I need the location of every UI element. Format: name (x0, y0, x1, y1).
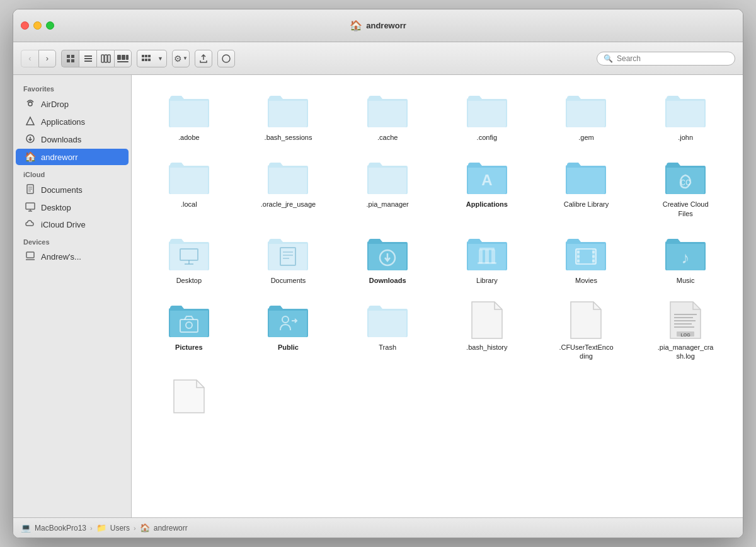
list-item[interactable]: .local (142, 152, 236, 223)
back-button[interactable]: ‹ (21, 50, 38, 67)
list-item[interactable]: Library (440, 228, 534, 290)
sidebar-item-applications[interactable]: Applications (16, 113, 129, 130)
search-input[interactable] (617, 54, 728, 63)
airdrop-icon (25, 98, 36, 110)
minimize-button[interactable] (33, 21, 42, 30)
tag-button[interactable] (217, 50, 235, 67)
list-item[interactable]: .bash_sessions (241, 85, 336, 147)
folder-icon (265, 300, 311, 340)
file-label: Downloads (369, 276, 406, 285)
file-label: .john (678, 133, 693, 142)
list-item[interactable]: ♪ Music (638, 228, 733, 290)
file-icon (166, 376, 212, 417)
svg-rect-54 (592, 255, 595, 258)
list-item[interactable]: Public (241, 295, 336, 366)
list-item[interactable]: .pia_manager (340, 152, 435, 223)
breadcrumb-users[interactable]: 📁 Users (96, 523, 130, 533)
svg-rect-7 (101, 55, 104, 62)
file-label: Creative Cloud Files (657, 200, 714, 218)
desktop-icon (25, 202, 36, 214)
close-button[interactable] (21, 21, 29, 30)
forward-icon: › (46, 54, 49, 63)
list-item[interactable]: cc Creative Cloud Files (638, 152, 733, 223)
arrange-button[interactable] (137, 50, 154, 67)
gallery-view-button[interactable] (114, 50, 132, 67)
arrange-dropdown[interactable]: ▼ (154, 50, 167, 67)
folder-icon (166, 233, 212, 274)
svg-rect-55 (592, 260, 595, 262)
breadcrumb-home[interactable]: 🏠 andreworr (140, 523, 188, 533)
breadcrumb-sep-1: › (90, 524, 93, 532)
svg-text:♪: ♪ (682, 248, 690, 267)
list-item[interactable]: .config (440, 85, 534, 147)
breadcrumb-sep-2: › (134, 524, 136, 532)
svg-rect-42 (479, 250, 483, 263)
svg-rect-12 (126, 55, 129, 60)
list-item[interactable]: .cache (340, 85, 435, 147)
sidebar-icloud-label: iCloud Drive (41, 220, 86, 229)
list-item[interactable]: Downloads (340, 228, 435, 290)
search-box[interactable]: 🔍 (597, 52, 735, 66)
sidebar-item-downloads[interactable]: Downloads (16, 131, 129, 148)
favorites-section-label: Favorites (13, 80, 131, 95)
list-item[interactable]: Calibre Library (539, 152, 634, 223)
svg-rect-2 (67, 59, 70, 62)
breadcrumb-macbook-label: MacBookPro13 (35, 524, 86, 533)
sidebar-item-andrews[interactable]: Andrew's... (16, 249, 129, 265)
list-view-button[interactable] (79, 50, 96, 67)
maximize-button[interactable] (46, 21, 54, 30)
svg-rect-44 (491, 250, 495, 263)
list-item[interactable]: .bash_history (440, 295, 534, 366)
list-item[interactable]: A Applications (440, 152, 534, 223)
list-item[interactable]: .CFUserTextEncoding (539, 295, 634, 366)
list-item[interactable]: Desktop (142, 228, 236, 290)
home-icon: 🏠 (25, 151, 36, 163)
users-folder-icon: 📁 (96, 523, 106, 533)
documents-icon (25, 184, 36, 196)
sidebar-item-andreworr[interactable]: 🏠 andreworr (16, 149, 129, 165)
sidebar-item-airdrop[interactable]: AirDrop (16, 96, 129, 113)
sidebar-item-documents[interactable]: Documents (16, 181, 129, 199)
list-item[interactable]: Documents (241, 228, 336, 290)
sidebar-applications-label: Applications (41, 117, 85, 127)
svg-rect-4 (84, 55, 92, 57)
list-item[interactable]: .oracle_jre_usage (241, 152, 336, 223)
list-item[interactable]: Movies (539, 228, 634, 290)
file-label: .CFUserTextEncoding (558, 343, 614, 361)
svg-rect-30 (26, 252, 34, 258)
list-item[interactable]: .adobe (142, 85, 236, 147)
folder-icon (563, 90, 609, 130)
column-view-button[interactable] (96, 50, 114, 67)
search-icon: 🔍 (604, 54, 613, 63)
forward-button[interactable]: › (38, 50, 56, 67)
sidebar-airdrop-label: AirDrop (41, 100, 69, 109)
list-item[interactable]: LOG .pia_manager_crash.log (638, 295, 733, 366)
list-item[interactable]: .gem (539, 85, 634, 147)
sidebar-item-icloud-drive[interactable]: iCloud Drive (16, 217, 129, 233)
svg-rect-19 (148, 59, 151, 61)
folder-icon (166, 300, 212, 340)
breadcrumb-macbook[interactable]: 💻 MacBookPro13 (21, 523, 86, 533)
folder-icon (464, 90, 510, 130)
file-label: Pictures (175, 343, 202, 352)
svg-rect-1 (71, 55, 74, 58)
sidebar-item-desktop[interactable]: Desktop (16, 199, 129, 216)
svg-rect-43 (485, 250, 489, 263)
svg-rect-18 (145, 59, 147, 61)
list-item[interactable]: Trash (340, 295, 435, 366)
file-label: Desktop (176, 276, 202, 285)
file-label: Movies (575, 276, 597, 285)
list-item[interactable]: .john (638, 85, 733, 147)
window-title-area: 🏠 andreworr (350, 20, 406, 32)
devices-section-label: Devices (13, 233, 131, 248)
share-button[interactable] (195, 50, 212, 67)
list-item[interactable] (142, 371, 236, 424)
list-item[interactable]: Pictures (142, 295, 236, 366)
macbook-icon (25, 251, 36, 262)
folder-icon (166, 90, 212, 130)
icon-view-button[interactable] (61, 50, 79, 67)
file-label: .pia_manager_crash.log (657, 343, 714, 361)
svg-rect-53 (592, 251, 595, 253)
action-button[interactable]: ⚙ ▼ (172, 50, 190, 67)
folder-icon (166, 157, 212, 197)
